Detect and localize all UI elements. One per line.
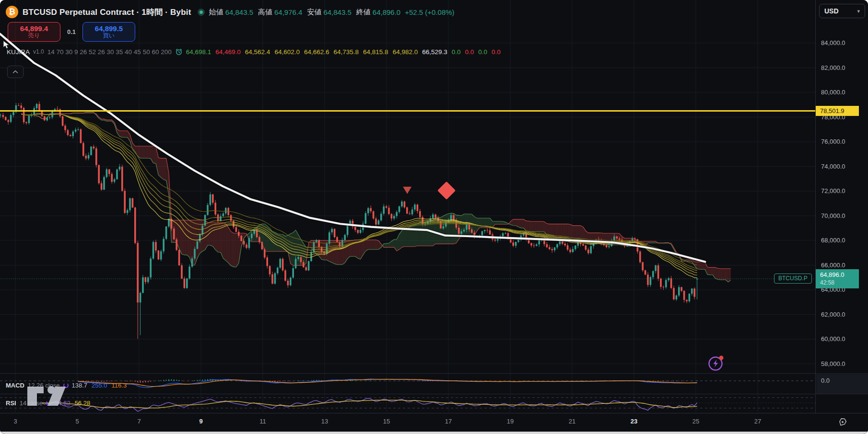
price-tick-label: 76,000.0	[821, 138, 845, 145]
currency-label: USD	[824, 7, 839, 15]
macd-values: 138.7255.0116.3	[72, 382, 131, 389]
macd-value: 255.0	[92, 382, 107, 389]
indicator-version: v1.0	[33, 48, 44, 55]
time-tick-label: 7	[137, 418, 141, 425]
macd-name: MACD	[6, 382, 24, 389]
lightning-alert-icon[interactable]	[707, 354, 725, 372]
tradingview-watermark-icon	[26, 384, 80, 409]
indicator-value: 64,815.8	[363, 48, 388, 56]
ohlc-value: 64,843.5	[225, 8, 253, 16]
current-price-value: 64,896.0	[820, 271, 859, 279]
price-tick-label: 80,000.0	[821, 89, 845, 96]
macd-zero-label: 0.0	[821, 377, 830, 384]
price-tick-label: 58,000.0	[821, 360, 845, 367]
time-tick-label: 11	[259, 418, 266, 425]
price-change: +52.5 (+0.08%)	[405, 8, 454, 16]
bar-countdown: 42:58	[820, 279, 859, 287]
trading-chart-window: ₿ BTCUSD Perpetual Contract · 1時間 · Bybi…	[0, 0, 868, 434]
indicator-params: 14 70 30 9 26 52 26 30 35 40 45 50 60 20…	[47, 48, 172, 56]
btc-logo-icon: ₿	[6, 6, 18, 18]
buy-button[interactable]: 64,899.5 買い	[82, 22, 135, 42]
axis-settings-gear-icon[interactable]	[836, 416, 849, 428]
ohlc-label: 始値	[209, 8, 223, 17]
price-tick-label: 72,000.0	[821, 187, 845, 194]
macd-value: 116.3	[112, 382, 127, 389]
time-axis[interactable]: 3579111315171921232527	[0, 413, 868, 432]
indicator-value: 64,735.8	[334, 48, 359, 56]
indicator-values: 64,698.164,469.064,562.464,602.064,662.6…	[186, 48, 505, 56]
current-price-label[interactable]: 64,896.0 42:58	[816, 269, 859, 288]
buy-price: 64,899.5	[95, 24, 123, 33]
alert-price-label[interactable]: 78,501.9	[816, 106, 859, 116]
chart-canvas[interactable]	[0, 0, 868, 434]
trade-panel: 64,899.4 売り 0.1 64,899.5 買い	[8, 22, 135, 42]
symbol-header: ₿ BTCUSD Perpetual Contract · 1時間 · Bybi…	[6, 5, 455, 19]
time-tick-label: 9	[199, 418, 202, 425]
ohlc-label: 安値	[307, 8, 321, 17]
price-tick-label: 74,000.0	[821, 163, 845, 170]
currency-selector[interactable]: USD ▾	[819, 4, 865, 18]
price-tick-label: 62,000.0	[821, 311, 845, 318]
time-tick-label: 5	[75, 418, 79, 425]
indicator-value: 0.0	[465, 48, 474, 56]
time-tick-label: 19	[507, 418, 514, 425]
symbol-title[interactable]: BTCUSD Perpetual Contract · 1時間 · Bybit	[23, 7, 191, 18]
price-tick-label: 82,000.0	[821, 64, 845, 71]
ohlc-value: 64,896.0	[373, 8, 400, 16]
time-tick-label: 15	[383, 418, 390, 425]
indicator-value: 64,469.0	[215, 48, 241, 56]
price-axis[interactable]: 84,000.082,000.080,000.078,000.076,000.0…	[815, 0, 868, 413]
chevron-down-icon: ▾	[857, 8, 860, 14]
indicator-value: 64,698.1	[186, 48, 211, 56]
mouse-cursor	[3, 40, 11, 50]
price-line-symbol-tag[interactable]: BTCUSD.P	[774, 274, 812, 284]
ohlc-values: 始値64,843.5高値64,976.4安値64,843.5終値64,896.0	[209, 8, 401, 17]
price-tick-label: 60,000.0	[821, 335, 845, 343]
indicator-value: 0.0	[452, 48, 461, 56]
indicator-value: 64,602.0	[274, 48, 300, 56]
indicator-legend[interactable]: KUJIRA v1.0 14 70 30 9 26 52 26 30 35 40…	[7, 48, 505, 56]
rsi-name: RSI	[6, 400, 16, 407]
price-tick-label: 66,000.0	[821, 262, 845, 269]
alarm-clock-icon	[175, 48, 183, 56]
time-tick-label: 13	[321, 418, 328, 425]
sell-price: 64,899.4	[20, 24, 48, 33]
buy-label: 買い	[103, 33, 115, 39]
time-tick-label: 25	[692, 418, 699, 425]
window-bottom-edge	[0, 432, 868, 434]
spread-value: 0.1	[60, 28, 82, 35]
indicator-value: 66,529.3	[422, 48, 447, 56]
sell-button[interactable]: 64,899.4 売り	[8, 22, 60, 42]
ohlc-value: 64,843.5	[323, 8, 351, 16]
indicator-value: 64,662.6	[304, 48, 329, 56]
sell-label: 売り	[28, 33, 40, 39]
time-tick-label: 27	[754, 418, 761, 425]
price-tick-label: 84,000.0	[821, 39, 845, 46]
price-tick-label: 70,000.0	[821, 212, 845, 219]
indicator-value: 0.0	[478, 48, 487, 56]
chevron-up-icon	[12, 70, 18, 74]
time-tick-label: 17	[445, 418, 452, 425]
market-status-icon[interactable]	[198, 9, 205, 16]
indicator-value: 0.0	[492, 48, 501, 56]
ohlc-value: 64,976.4	[274, 8, 302, 16]
time-tick-label: 23	[631, 418, 637, 425]
indicator-value: 64,982.0	[393, 48, 418, 56]
collapse-legend-button[interactable]	[7, 66, 23, 78]
price-tick-label: 68,000.0	[821, 237, 845, 244]
time-tick-label: 21	[569, 418, 575, 425]
ohlc-label: 高値	[258, 8, 272, 17]
indicator-value: 64,562.4	[245, 48, 270, 56]
ohlc-label: 終値	[356, 8, 371, 17]
time-tick-label: 3	[13, 418, 17, 425]
